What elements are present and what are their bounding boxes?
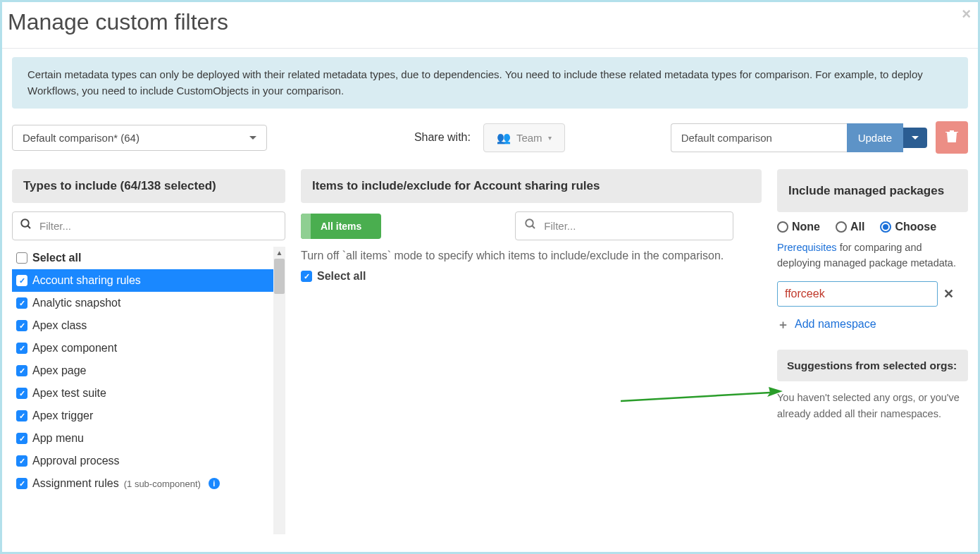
type-item-label: Approval process (32, 455, 120, 467)
radio-choose-label: Choose (895, 221, 936, 233)
checkbox-icon[interactable] (16, 365, 27, 376)
share-with-label: Share with: (414, 131, 471, 144)
checkbox-icon[interactable] (16, 297, 27, 309)
chevron-down-icon: ▾ (548, 134, 552, 142)
add-namespace-label: Add namespace (795, 318, 876, 331)
toolbar: Default comparison* (64) Share with: 👥 T… (12, 121, 968, 154)
update-button[interactable]: Update (847, 123, 903, 152)
items-select-all[interactable]: Select all (301, 270, 762, 283)
svg-line-3 (533, 226, 535, 228)
search-icon (20, 218, 32, 234)
comparison-select-label: Default comparison* (64) (23, 132, 139, 144)
types-panel-header: Types to include (64/138 selected) (12, 169, 285, 203)
close-icon[interactable]: × (962, 5, 971, 23)
select-all-label: Select all (32, 252, 81, 264)
type-item[interactable]: Apex trigger (12, 405, 273, 427)
comparison-select[interactable]: Default comparison* (64) (12, 125, 267, 151)
type-item-label: Assignment rules (32, 477, 119, 490)
comparison-name-input[interactable] (671, 123, 847, 152)
clear-namespace-icon[interactable]: ✕ (943, 286, 954, 302)
type-item[interactable]: Account sharing rules (12, 269, 273, 292)
items-filter[interactable] (515, 211, 733, 240)
chevron-down-icon (912, 136, 919, 140)
type-item[interactable]: Apex component (12, 337, 273, 359)
types-filter-input[interactable] (39, 220, 278, 232)
items-description: Turn off `all items` mode to specify whi… (301, 247, 762, 264)
search-icon (524, 218, 537, 234)
radio-all[interactable]: All (836, 221, 864, 233)
chevron-down-icon (249, 136, 256, 140)
radio-none[interactable]: None (777, 221, 820, 233)
type-item-label: Apex component (32, 342, 117, 355)
items-panel: Items to include/exclude for Account sha… (301, 169, 762, 534)
sub-component-count: (1 sub-component) (124, 479, 201, 489)
items-select-all-label: Select all (317, 270, 366, 283)
plus-icon: ＋ (777, 316, 789, 333)
type-item[interactable]: Analytic snapshot (12, 292, 273, 314)
add-namespace-button[interactable]: ＋ Add namespace (777, 316, 968, 333)
scroll-thumb[interactable] (274, 259, 285, 294)
type-item[interactable]: App menu (12, 427, 273, 450)
radio-none-label: None (792, 221, 820, 233)
type-item[interactable]: Assignment rules(1 sub-component)i (12, 472, 273, 495)
svg-line-1 (27, 226, 30, 228)
type-item-label: App menu (32, 432, 84, 445)
checkbox-icon[interactable] (16, 410, 27, 421)
checkbox-icon[interactable] (16, 252, 27, 264)
suggestions-text: You haven't selected any orgs, or you've… (777, 390, 968, 421)
type-item[interactable]: Apex page (12, 359, 273, 382)
type-item-label: Apex test suite (32, 387, 106, 400)
radio-icon (836, 221, 847, 233)
checkbox-icon[interactable] (16, 388, 27, 399)
types-list: Select all Account sharing rulesAnalytic… (12, 247, 273, 534)
scroll-up-icon[interactable]: ▲ (273, 247, 285, 259)
checkbox-icon[interactable] (16, 478, 27, 489)
people-icon: 👥 (497, 131, 511, 144)
modal-header: Manage custom filters × (2, 2, 978, 49)
info-icon[interactable]: i (209, 478, 220, 489)
radio-icon (777, 221, 788, 233)
items-panel-header: Items to include/exclude for Account sha… (301, 169, 762, 203)
update-split-button[interactable] (903, 128, 927, 148)
items-filter-input[interactable] (544, 220, 724, 232)
types-filter[interactable] (12, 211, 285, 240)
prerequisites-text: Prerequisites for comparing and deployin… (777, 240, 968, 271)
checkbox-icon[interactable] (16, 455, 27, 467)
trash-icon (945, 129, 958, 147)
checkbox-icon[interactable] (16, 433, 27, 444)
namespace-input[interactable] (777, 281, 938, 307)
checkbox-icon[interactable] (16, 320, 27, 331)
packages-panel: Include managed packages None All Choose… (777, 169, 968, 534)
checkbox-icon[interactable] (16, 275, 27, 286)
type-item-label: Analytic snapshot (32, 297, 120, 309)
type-item[interactable]: Apex test suite (12, 382, 273, 405)
type-item-label: Apex class (32, 319, 87, 332)
modal-title: Manage custom filters (8, 9, 972, 35)
type-item[interactable]: Approval process (12, 450, 273, 472)
radio-choose[interactable]: Choose (880, 221, 936, 233)
radio-icon (880, 221, 891, 233)
type-item-label: Apex trigger (32, 410, 93, 422)
checkbox-icon[interactable] (16, 343, 27, 354)
types-panel: Types to include (64/138 selected) Selec… (12, 169, 285, 534)
type-item[interactable]: Apex class (12, 314, 273, 337)
checkbox-icon[interactable] (301, 271, 312, 282)
prerequisites-link[interactable]: Prerequisites (777, 242, 837, 253)
team-button[interactable]: 👥 Team ▾ (483, 123, 565, 152)
team-button-label: Team (516, 132, 542, 144)
types-scrollbar[interactable]: ▲ (273, 247, 285, 534)
svg-point-2 (526, 219, 534, 227)
type-item-label: Apex page (32, 364, 87, 377)
type-item-label: Account sharing rules (32, 274, 141, 287)
radio-all-label: All (850, 221, 864, 233)
info-banner: Certain metadata types can only be deplo… (12, 57, 968, 109)
all-items-toggle[interactable]: All items (301, 214, 381, 239)
svg-point-0 (21, 219, 29, 227)
delete-button[interactable] (936, 121, 968, 154)
packages-panel-header: Include managed packages (777, 169, 968, 212)
select-all-types[interactable]: Select all (12, 247, 273, 269)
suggestions-header: Suggestions from selected orgs: (777, 350, 968, 382)
